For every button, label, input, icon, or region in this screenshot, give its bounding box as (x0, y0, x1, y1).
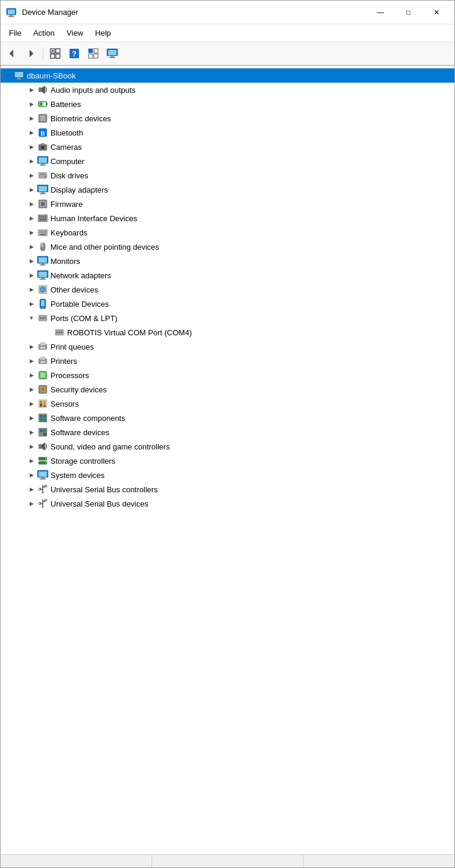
tree-item-audio[interactable]: ▶ Audio inputs and outputs (1, 83, 454, 97)
disk-expand-icon[interactable]: ▶ (27, 171, 36, 180)
svg-point-104 (45, 345, 46, 347)
tree-area[interactable]: ▼ dbaum-SBook ▶ (1, 66, 454, 854)
svg-point-145 (45, 458, 46, 460)
firmware-expand-icon[interactable]: ▶ (27, 199, 36, 209)
root-label: dbaum-SBook (26, 71, 75, 80)
portable-expand-icon[interactable]: ▶ (27, 299, 36, 309)
storage-label: Storage controllers (49, 457, 115, 466)
other-expand-icon[interactable]: ▶ (27, 285, 36, 294)
swdev-expand-icon[interactable]: ▶ (27, 427, 36, 437)
ports-expand-icon[interactable]: ▼ (27, 313, 36, 323)
tree-item-cameras[interactable]: ▶ Cameras (1, 140, 454, 154)
sensors-expand-icon[interactable]: ▶ (27, 399, 36, 408)
network-expand-icon[interactable]: ▶ (27, 271, 36, 280)
cameras-expand-icon[interactable]: ▶ (27, 142, 36, 152)
tree-item-mice[interactable]: ▶ Mice and other pointing devices (1, 240, 454, 254)
tree-item-bluetooth[interactable]: ▶ B Bluetooth (1, 125, 454, 140)
svg-rect-135 (43, 419, 46, 422)
sound-expand-icon[interactable]: ▶ (27, 442, 36, 451)
tree-item-swdev[interactable]: ▶ Software devices (1, 425, 454, 439)
audio-expand-icon[interactable]: ▶ (27, 85, 36, 95)
monitors-expand-icon[interactable]: ▶ (27, 256, 36, 266)
tree-item-firmware[interactable]: ▶ Firmware (1, 197, 454, 211)
svg-rect-67 (42, 231, 43, 232)
tree-item-processors[interactable]: ▶ (1, 368, 454, 382)
system-expand-icon[interactable]: ▶ (27, 470, 36, 480)
printers-expand-icon[interactable]: ▶ (27, 356, 36, 366)
usb-ctrl-expand-icon[interactable]: ▶ (27, 485, 36, 494)
processors-expand-icon[interactable]: ▶ (27, 370, 36, 380)
svg-rect-133 (43, 415, 46, 418)
back-button[interactable] (3, 45, 21, 62)
tree-item-network[interactable]: ▶ Network adapters (1, 268, 454, 282)
menu-bar: File Action View Help (1, 24, 454, 42)
tree-item-display[interactable]: ▶ Display adapters (1, 183, 454, 197)
menu-help[interactable]: Help (89, 26, 117, 40)
usb-dev-expand-icon[interactable]: ▶ (27, 499, 36, 508)
tree-item-usb-devices[interactable]: ▶ Universal Serial Bus devices (1, 496, 454, 511)
batteries-expand-icon[interactable]: ▶ (27, 99, 36, 109)
keyboards-expand-icon[interactable]: ▶ (27, 228, 36, 237)
menu-view[interactable]: View (61, 26, 89, 40)
mice-expand-icon[interactable]: ▶ (27, 242, 36, 251)
resource-view-button[interactable] (46, 45, 64, 62)
tree-item-batteries[interactable]: ▶ Batteries (1, 97, 454, 111)
security-label: Security devices (49, 385, 107, 394)
biometric-expand-icon[interactable]: ▶ (27, 114, 36, 123)
device-manager-window: Device Manager — □ ✕ File Action View He… (0, 0, 455, 868)
swcomp-expand-icon[interactable]: ▶ (27, 413, 36, 423)
tree-item-system[interactable]: ▶ System devices (1, 468, 454, 482)
svg-rect-103 (40, 347, 45, 348)
menu-action[interactable]: Action (27, 26, 61, 40)
tree-item-swcomp[interactable]: ▶ Software components (1, 411, 454, 425)
tree-item-printers[interactable]: ▶ Printers (1, 354, 454, 368)
computer-expand-icon[interactable]: ▶ (27, 156, 36, 166)
svg-rect-68 (44, 231, 45, 232)
tree-item-printqueues[interactable]: ▶ Print queues (1, 339, 454, 354)
tree-item-robotis[interactable]: ▶ ROBOTIS Virtual COM Port (COM4) (1, 325, 454, 339)
display-expand-icon[interactable]: ▶ (27, 185, 36, 194)
bluetooth-expand-icon[interactable]: ▶ (27, 128, 36, 137)
tree-item-security[interactable]: ▶ Security devices (1, 382, 454, 397)
printqueues-expand-icon[interactable]: ▶ (27, 342, 36, 351)
help-button[interactable]: ? (65, 45, 83, 62)
tree-item-biometric[interactable]: ▶ Biometric devices (1, 111, 454, 125)
tree-item-computer[interactable]: ▶ Computer (1, 154, 454, 168)
tree-item-sound[interactable]: ▶ Sound, video and game controllers (1, 439, 454, 454)
svg-rect-85 (41, 278, 45, 279)
tree-item-hid[interactable]: ▶ Human Interface Devi (1, 211, 454, 225)
storage-expand-icon[interactable]: ▶ (27, 456, 36, 466)
svg-point-94 (40, 317, 42, 319)
tree-item-ports[interactable]: ▼ Ports (COM & LPT) (1, 311, 454, 325)
svg-rect-1 (8, 10, 15, 14)
tree-root-node[interactable]: ▼ dbaum-SBook (1, 68, 454, 83)
tree-item-other[interactable]: ▶ ? Other devices (1, 282, 454, 297)
swcomp-icon (36, 413, 49, 423)
svg-point-99 (59, 332, 61, 334)
svg-rect-39 (41, 143, 45, 145)
close-button[interactable]: ✕ (423, 4, 450, 21)
forward-button[interactable] (22, 45, 40, 62)
sound-icon (36, 441, 49, 452)
audio-label: Audio inputs and outputs (49, 86, 135, 95)
tree-item-sensors[interactable]: ▶ Sensors (1, 397, 454, 411)
svg-point-100 (61, 332, 63, 334)
root-collapse-icon[interactable]: ▼ (3, 71, 12, 80)
svg-point-38 (42, 147, 44, 149)
tree-item-keyboards[interactable]: ▶ (1, 225, 454, 240)
tree-item-monitors[interactable]: ▶ Monitors (1, 254, 454, 268)
hid-expand-icon[interactable]: ▶ (27, 213, 36, 223)
system-label: System devices (49, 471, 105, 480)
tree-item-usb-controllers[interactable]: ▶ Universal Serial Bus controllers (1, 482, 454, 496)
tree-item-portable[interactable]: ▶ Portable Devices (1, 297, 454, 311)
tree-item-storage[interactable]: ▶ Storage controllers (1, 454, 454, 468)
minimize-button[interactable]: — (367, 4, 394, 21)
security-expand-icon[interactable]: ▶ (27, 385, 36, 394)
maximize-button[interactable]: □ (395, 4, 422, 21)
svg-rect-128 (40, 401, 42, 404)
usb-ctrl-icon (36, 484, 49, 495)
computer-button[interactable] (103, 45, 121, 62)
tree-item-disk[interactable]: ▶ Disk drives (1, 168, 454, 183)
menu-file[interactable]: File (3, 26, 27, 40)
hidden-devices-button[interactable] (84, 45, 102, 62)
